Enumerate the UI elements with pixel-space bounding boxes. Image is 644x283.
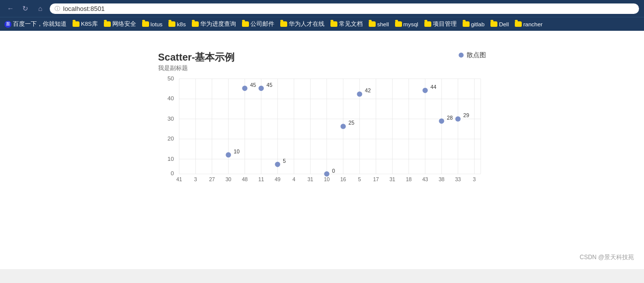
svg-text:30: 30 bbox=[226, 176, 232, 182]
chart-container: Scatter-基本示例 我是副标题 散点图 bbox=[10, 41, 634, 187]
bookmark-label: k8s bbox=[177, 21, 186, 27]
bookmark-label: mysql bbox=[403, 21, 418, 27]
svg-text:0: 0 bbox=[170, 170, 174, 176]
folder-icon bbox=[142, 21, 149, 27]
folder-icon bbox=[369, 21, 376, 27]
folder-icon bbox=[192, 21, 199, 27]
page-content: Scatter-基本示例 我是副标题 散点图 bbox=[0, 31, 644, 269]
bookmark-item[interactable]: 百百度一下，你就知道 bbox=[2, 19, 69, 29]
lock-icon: ⓘ bbox=[55, 5, 60, 12]
chart-title-block: Scatter-基本示例 我是副标题 bbox=[158, 51, 235, 72]
bookmark-item[interactable]: 网络安全 bbox=[101, 19, 139, 29]
data-point bbox=[439, 118, 444, 124]
svg-text:27: 27 bbox=[209, 176, 215, 182]
folder-icon bbox=[395, 21, 402, 27]
folder-icon bbox=[242, 21, 249, 27]
folder-icon bbox=[330, 21, 337, 27]
svg-text:4: 4 bbox=[293, 176, 296, 182]
legend-label: 散点图 bbox=[467, 51, 486, 60]
svg-text:33: 33 bbox=[455, 176, 461, 182]
bookmark-label: shell bbox=[377, 21, 389, 27]
svg-text:25: 25 bbox=[348, 120, 354, 126]
svg-text:18: 18 bbox=[406, 176, 412, 182]
svg-text:43: 43 bbox=[422, 176, 428, 182]
bookmark-item[interactable]: Dell bbox=[488, 20, 511, 28]
svg-text:29: 29 bbox=[463, 112, 469, 118]
bookmark-item[interactable]: 常见文档 bbox=[328, 19, 365, 29]
bookmark-label: Dell bbox=[499, 21, 509, 27]
bookmark-item[interactable]: k8s bbox=[166, 20, 188, 28]
data-point bbox=[275, 162, 280, 167]
folder-icon bbox=[463, 21, 470, 27]
bookmark-item[interactable]: 公司邮件 bbox=[240, 19, 277, 29]
bookmark-item[interactable]: 华为人才在线 bbox=[278, 19, 327, 29]
data-point bbox=[258, 85, 264, 91]
chart-title: Scatter-基本示例 bbox=[158, 51, 235, 64]
folder-icon bbox=[104, 21, 111, 27]
data-point bbox=[242, 85, 247, 91]
footer-credit: CSDN @景天科技苑 bbox=[579, 253, 634, 262]
svg-text:49: 49 bbox=[275, 176, 281, 182]
svg-text:50: 50 bbox=[167, 75, 174, 81]
bookmark-item[interactable]: rancher bbox=[512, 20, 545, 28]
svg-text:5: 5 bbox=[283, 158, 286, 164]
folder-icon bbox=[515, 21, 522, 27]
bookmark-item[interactable]: 项目管理 bbox=[422, 19, 459, 29]
svg-text:28: 28 bbox=[447, 115, 453, 121]
bookmark-label: rancher bbox=[523, 21, 543, 27]
bookmark-item[interactable]: gitlab bbox=[460, 20, 487, 28]
back-button[interactable]: ← bbox=[5, 3, 16, 14]
svg-text:42: 42 bbox=[365, 87, 371, 93]
svg-text:31: 31 bbox=[308, 176, 314, 182]
svg-text:31: 31 bbox=[390, 176, 396, 182]
bookmarks-bar: 百百度一下，你就知道K8S库网络安全lotusk8s华为进度查询公司邮件华为人才… bbox=[0, 17, 644, 31]
address-bar[interactable]: ⓘ localhost:8501 bbox=[50, 3, 639, 14]
chart-subtitle: 我是副标题 bbox=[158, 64, 235, 72]
bookmark-label: 常见文档 bbox=[339, 20, 363, 28]
svg-text:45: 45 bbox=[250, 82, 256, 88]
chart-area: 0 10 20 30 40 50 41 3 27 30 48 11 49 4 3… bbox=[158, 73, 486, 187]
refresh-button[interactable]: ↻ bbox=[20, 3, 31, 14]
svg-text:10: 10 bbox=[324, 176, 330, 182]
folder-icon bbox=[73, 21, 80, 27]
svg-text:41: 41 bbox=[176, 176, 182, 182]
bookmark-item[interactable]: 华为进度查询 bbox=[189, 19, 239, 29]
svg-text:5: 5 bbox=[358, 176, 361, 182]
svg-text:30: 30 bbox=[167, 115, 174, 122]
bookmark-label: K8S库 bbox=[81, 20, 98, 28]
svg-text:10: 10 bbox=[167, 155, 174, 162]
baidu-icon: 百 bbox=[4, 21, 11, 28]
bookmark-label: 华为进度查询 bbox=[200, 20, 236, 28]
chart-wrapper: Scatter-基本示例 我是副标题 散点图 bbox=[158, 51, 486, 187]
svg-text:10: 10 bbox=[234, 148, 240, 154]
bookmark-label: 华为人才在线 bbox=[289, 20, 324, 28]
url-text: localhost:8501 bbox=[63, 5, 105, 12]
bookmark-item[interactable]: K8S库 bbox=[70, 19, 100, 29]
svg-text:16: 16 bbox=[340, 176, 346, 182]
scatter-chart: 0 10 20 30 40 50 41 3 27 30 48 11 49 4 3… bbox=[158, 73, 486, 185]
svg-text:17: 17 bbox=[373, 176, 379, 182]
folder-icon bbox=[280, 21, 287, 27]
data-point bbox=[357, 91, 362, 97]
bookmark-label: 项目管理 bbox=[433, 20, 457, 28]
data-point bbox=[324, 171, 329, 177]
data-point bbox=[422, 88, 428, 93]
bookmark-item[interactable]: mysql bbox=[393, 20, 421, 28]
data-point bbox=[455, 116, 461, 122]
bookmark-item[interactable]: lotus bbox=[140, 20, 165, 28]
bookmark-label: lotus bbox=[151, 21, 162, 27]
folder-icon bbox=[490, 21, 497, 27]
chart-legend: 散点图 bbox=[459, 51, 486, 60]
data-point bbox=[340, 124, 346, 129]
svg-text:11: 11 bbox=[258, 176, 264, 182]
svg-text:38: 38 bbox=[439, 176, 445, 182]
svg-text:0: 0 bbox=[332, 168, 335, 174]
bookmark-item[interactable]: shell bbox=[366, 20, 392, 28]
svg-text:48: 48 bbox=[242, 176, 248, 182]
svg-text:40: 40 bbox=[167, 95, 174, 101]
bookmark-label: 公司邮件 bbox=[250, 20, 274, 28]
home-button[interactable]: ⌂ bbox=[35, 3, 46, 14]
svg-text:45: 45 bbox=[266, 82, 272, 88]
browser-toolbar: ← ↻ ⌂ ⓘ localhost:8501 bbox=[0, 0, 644, 17]
bookmark-label: 网络安全 bbox=[112, 20, 136, 28]
